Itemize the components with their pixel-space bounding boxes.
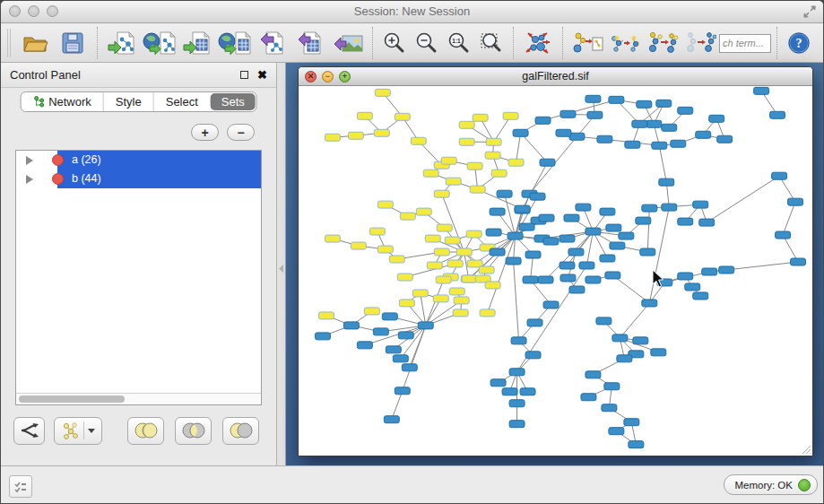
export-table-button[interactable] <box>291 26 329 60</box>
graph-node[interactable] <box>509 369 525 376</box>
graph-node[interactable] <box>351 242 366 249</box>
graph-node[interactable] <box>642 300 657 307</box>
graph-node[interactable] <box>693 201 708 208</box>
graph-node[interactable] <box>605 272 620 279</box>
graph-node[interactable] <box>369 228 385 235</box>
graph-node[interactable] <box>602 404 617 412</box>
panel-splitter[interactable] <box>277 63 286 465</box>
tab-style[interactable]: Style <box>103 92 153 111</box>
graph-node[interactable] <box>507 232 523 239</box>
graph-node[interactable] <box>515 205 530 213</box>
graph-node[interactable] <box>568 248 584 256</box>
network-canvas[interactable] <box>299 86 812 456</box>
graph-node[interactable] <box>318 312 334 319</box>
import-network-file-button[interactable] <box>103 26 141 60</box>
graph-node[interactable] <box>642 204 657 212</box>
zoom-in-button[interactable] <box>378 26 411 60</box>
zoom-out-button[interactable] <box>411 26 443 60</box>
graph-node[interactable] <box>685 283 700 291</box>
graph-node[interactable] <box>364 308 379 315</box>
graph-node[interactable] <box>597 135 612 143</box>
float-panel-icon[interactable] <box>240 71 248 79</box>
graph-node[interactable] <box>485 282 500 289</box>
graph-node[interactable] <box>636 217 651 224</box>
graph-node[interactable] <box>519 223 534 230</box>
export-image-button[interactable] <box>329 26 367 60</box>
collapse-handle-icon[interactable] <box>279 265 283 273</box>
graph-node[interactable] <box>486 138 501 145</box>
graph-node[interactable] <box>600 208 615 215</box>
open-session-button[interactable] <box>16 26 54 60</box>
graph-node[interactable] <box>445 237 460 244</box>
graph-node[interactable] <box>581 394 596 401</box>
memory-status-button[interactable]: Memory: OK <box>724 474 818 495</box>
graph-node[interactable] <box>490 208 505 215</box>
new-network-from-selection-button[interactable] <box>568 26 606 60</box>
graph-node[interactable] <box>587 111 603 118</box>
graph-node[interactable] <box>579 262 594 269</box>
graph-node[interactable] <box>619 232 634 239</box>
graph-node[interactable] <box>788 198 803 205</box>
graph-node[interactable] <box>556 129 571 136</box>
graph-node[interactable] <box>434 190 449 197</box>
graph-node[interactable] <box>509 421 525 428</box>
graph-node[interactable] <box>502 388 517 395</box>
graph-node[interactable] <box>585 371 601 378</box>
toolbar-drag-handle[interactable] <box>7 29 11 57</box>
task-history-button[interactable] <box>9 475 32 498</box>
graph-node[interactable] <box>343 322 359 329</box>
graph-node[interactable] <box>525 352 541 359</box>
graph-node[interactable] <box>479 266 494 274</box>
graph-node[interactable] <box>535 117 551 124</box>
dropdown-caret-icon[interactable] <box>88 429 95 433</box>
graph-node[interactable] <box>437 224 452 231</box>
graph-node[interactable] <box>434 248 449 256</box>
graph-node[interactable] <box>467 162 482 169</box>
split-set-button[interactable] <box>13 417 45 445</box>
graph-node[interactable] <box>678 107 693 114</box>
save-session-button[interactable] <box>54 26 91 60</box>
graph-node[interactable] <box>609 96 624 103</box>
graph-node[interactable] <box>470 186 485 193</box>
graph-node[interactable] <box>678 218 693 225</box>
graph-node[interactable] <box>564 214 579 222</box>
graph-node[interactable] <box>559 262 575 269</box>
graph-node[interactable] <box>325 235 340 242</box>
graph-node[interactable] <box>395 387 410 395</box>
graph-node[interactable] <box>640 248 655 256</box>
fullscreen-icon[interactable] <box>802 4 817 19</box>
tab-select[interactable]: Select <box>153 92 210 111</box>
graph-node[interactable] <box>446 178 461 185</box>
graph-node[interactable] <box>696 131 711 138</box>
graph-node[interactable] <box>659 178 674 186</box>
graph-node[interactable] <box>576 204 591 211</box>
graph-node[interactable] <box>585 228 601 235</box>
graph-node[interactable] <box>389 256 404 263</box>
set-difference-button[interactable] <box>222 417 259 445</box>
graph-node[interactable] <box>402 364 417 371</box>
import-table-file-button[interactable] <box>178 26 216 60</box>
network-graph[interactable] <box>299 86 812 456</box>
graph-node[interactable] <box>398 332 413 339</box>
graph-node[interactable] <box>606 224 621 231</box>
graph-node[interactable] <box>503 112 518 119</box>
graph-node[interactable] <box>791 258 806 265</box>
tab-network[interactable]: Network <box>21 92 103 111</box>
graph-node[interactable] <box>486 229 501 236</box>
graph-node[interactable] <box>485 152 500 159</box>
graph-node[interactable] <box>509 400 525 407</box>
graph-node[interactable] <box>770 111 785 118</box>
graph-node[interactable] <box>702 268 717 275</box>
graph-node[interactable] <box>539 214 554 222</box>
help-button[interactable]: ? <box>783 26 815 60</box>
graph-node[interactable] <box>560 110 576 117</box>
horizontal-scrollbar[interactable] <box>16 393 261 404</box>
frame-maximize-button[interactable]: + <box>339 71 351 83</box>
network-frame-titlebar[interactable]: ✕ − + galFiltered.sif <box>299 67 812 86</box>
graph-node[interactable] <box>374 129 389 136</box>
import-network-url-button[interactable] <box>141 26 178 60</box>
graph-node[interactable] <box>490 248 505 256</box>
graph-node[interactable] <box>709 115 724 122</box>
graph-node[interactable] <box>513 129 528 136</box>
graph-node[interactable] <box>719 266 734 274</box>
